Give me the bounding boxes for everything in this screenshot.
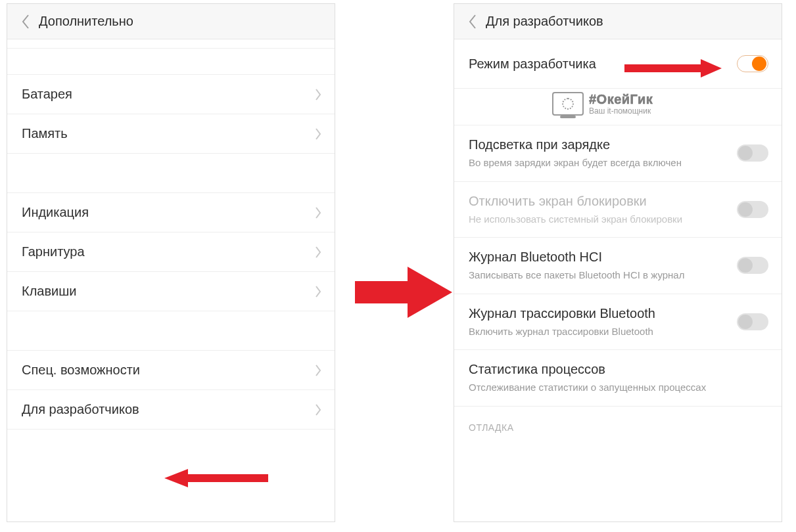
chevron-right-icon	[315, 365, 321, 376]
row-label: Отключить экран блокировки	[469, 194, 729, 209]
section-gap	[7, 49, 335, 75]
row-process-stats[interactable]: Статистика процессов Отслеживание статис…	[454, 350, 782, 407]
watermark-title: #ОкейГик	[589, 93, 653, 106]
row-label: Индикация	[22, 205, 89, 220]
row-dev-mode[interactable]: Режим разработчика	[454, 39, 782, 89]
developer-options-panel: Для разработчиков Режим разработчика Под…	[454, 3, 782, 522]
section-gap	[7, 154, 335, 193]
partial-row-top	[7, 39, 335, 49]
settings-list: Батарея Память Индикация Гарнитура Клави…	[7, 39, 335, 430]
row-subtitle: Отслеживание статистики о запущенных про…	[469, 381, 761, 394]
toggle-bt-trace[interactable]	[737, 313, 768, 330]
toggle-dev-mode[interactable]	[737, 55, 768, 72]
page-title: Дополнительно	[39, 14, 133, 29]
toggle-lockscreen	[737, 201, 768, 218]
chevron-left-icon	[21, 14, 30, 29]
row-memory[interactable]: Память	[7, 114, 335, 154]
row-subtitle: Включить журнал трассировки Bluetooth	[469, 325, 729, 338]
row-subtitle: Не использовать системный экран блокиров…	[469, 213, 729, 226]
chevron-left-icon	[468, 14, 477, 29]
row-backlight-charging[interactable]: Подсветка при зарядке Во время зарядки э…	[454, 125, 782, 182]
section-gap	[7, 311, 335, 351]
toggle-backlight[interactable]	[737, 144, 768, 162]
row-label: Статистика процессов	[469, 362, 761, 377]
row-label: Режим разработчика	[469, 56, 729, 72]
chevron-right-icon	[315, 246, 321, 258]
header-bar: Для разработчиков	[454, 4, 782, 39]
back-button[interactable]	[461, 10, 484, 33]
row-developers[interactable]: Для разработчиков	[7, 390, 335, 430]
row-label: Память	[22, 126, 68, 141]
chevron-right-icon	[315, 286, 321, 298]
chevron-right-icon	[315, 404, 321, 416]
row-bt-hci-log[interactable]: Журнал Bluetooth HCI Записывать все паке…	[454, 238, 782, 294]
annotation-arrow-center	[355, 263, 454, 322]
chevron-right-icon	[315, 207, 321, 219]
row-label: Подсветка при зарядке	[469, 137, 729, 152]
row-accessibility[interactable]: Спец. возможности	[7, 351, 335, 390]
watermark-subtitle: Ваш it-помощник	[589, 107, 653, 115]
row-headset[interactable]: Гарнитура	[7, 233, 335, 272]
row-subtitle: Во время зарядки экран будет всегда вклю…	[469, 156, 729, 169]
chevron-right-icon	[315, 128, 321, 140]
row-label: Для разработчиков	[22, 402, 139, 417]
chevron-right-icon	[315, 89, 321, 100]
row-subtitle: Записывать все пакеты Bluetooth HCI в жу…	[469, 269, 729, 282]
section-header-debug: ОТЛАДКА	[454, 407, 782, 437]
back-button[interactable]	[14, 10, 37, 33]
row-label: Журнал трассировки Bluetooth	[469, 306, 729, 321]
row-label: Гарнитура	[22, 244, 85, 259]
header-bar: Дополнительно	[7, 4, 335, 39]
row-label: Клавиши	[22, 284, 76, 299]
laptop-icon	[552, 92, 584, 116]
toggle-bt-hci[interactable]	[737, 257, 768, 274]
page-title: Для разработчиков	[486, 14, 603, 29]
settings-additional-panel: Дополнительно Батарея Память Индикация Г…	[7, 3, 335, 522]
svg-marker-1	[355, 267, 452, 318]
row-label: Батарея	[22, 87, 72, 102]
row-indication[interactable]: Индикация	[7, 193, 335, 233]
row-disable-lockscreen: Отключить экран блокировки Не использова…	[454, 182, 782, 238]
row-label: Журнал Bluetooth HCI	[469, 250, 729, 265]
row-label: Спец. возможности	[22, 363, 140, 378]
row-battery[interactable]: Батарея	[7, 75, 335, 114]
row-bt-trace-log[interactable]: Журнал трассировки Bluetooth Включить жу…	[454, 294, 782, 351]
watermark: #ОкейГик Ваш it-помощник	[552, 92, 653, 116]
row-keys[interactable]: Клавиши	[7, 272, 335, 311]
